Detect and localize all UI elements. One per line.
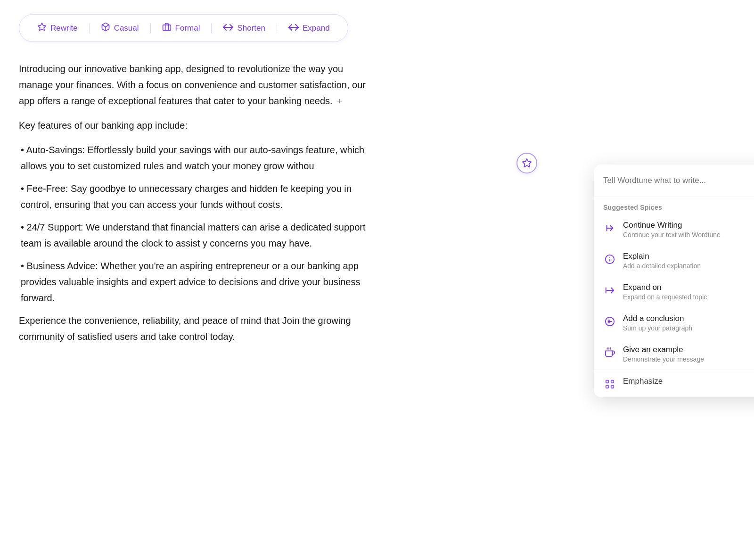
divider-2 [150,23,151,33]
casual-label: Casual [114,24,139,33]
toolbar: Rewrite Casual Formal [19,14,348,42]
casual-icon [101,22,110,34]
add-conclusion-text: Add a conclusion Sum up your paragraph [623,314,692,332]
intro-paragraph: Introducing our innovative banking app, … [19,61,368,109]
rewrite-icon [37,22,47,34]
give-example-desc: Demonstrate your message [623,355,704,363]
bullet-autosavings: • Auto-Savings: Effortlessly build your … [19,142,368,174]
svg-rect-23 [611,380,614,383]
features-heading: Key features of our banking app include: [19,117,368,133]
formal-button[interactable]: Formal [156,19,207,37]
suggested-spices-label: Suggested Spices [594,197,754,214]
ai-trigger-button[interactable] [516,153,537,173]
expand-label: Expand [303,24,330,33]
expand-button[interactable]: Expand [282,20,336,36]
continue-writing-text: Continue Writing Continue your text with… [623,221,721,239]
expand-icon [288,23,299,33]
svg-rect-25 [611,386,614,388]
continue-writing-icon [603,222,616,235]
expand-on-icon [603,284,616,297]
spice-search-input[interactable] [603,176,754,185]
add-conclusion-icon [603,315,616,328]
emphasize-title: Emphasize [623,377,663,386]
svg-rect-24 [606,386,609,388]
spice-item-give-example[interactable]: Give an example Demonstrate your message [594,338,754,370]
add-conclusion-desc: Sum up your paragraph [623,324,692,332]
continue-writing-title: Continue Writing [623,221,721,230]
spice-search-area [594,165,754,197]
ai-sparkle-icon [522,158,532,168]
divider-1 [89,23,90,33]
casual-button[interactable]: Casual [94,19,146,37]
explain-text: Explain Add a detailed explanation [623,252,701,270]
spice-item-continue-writing[interactable]: Continue Writing Continue your text with… [594,214,754,245]
rewrite-label: Rewrite [50,24,78,33]
continue-writing-desc: Continue your text with Wordtune [623,231,721,239]
spice-item-add-conclusion[interactable]: Add a conclusion Sum up your paragraph [594,307,754,338]
shorten-button[interactable]: Shorten [216,20,272,36]
bullet-feefree: • Fee-Free: Say goodbye to unnecessary c… [19,181,368,213]
explain-title: Explain [623,252,701,261]
rewrite-button[interactable]: Rewrite [31,19,84,37]
plus-button[interactable]: + [337,94,342,109]
bullet-business: • Business Advice: Whether you're an asp… [19,258,368,306]
svg-marker-0 [38,23,46,31]
give-example-icon [603,346,616,359]
explain-icon [603,253,616,266]
shorten-label: Shorten [237,24,265,33]
emphasize-icon [603,378,616,391]
content-area: Introducing our innovative banking app, … [19,61,368,345]
give-example-text: Give an example Demonstrate your message [623,345,704,363]
spice-panel: Suggested Spices Continue Writing Contin… [594,165,754,397]
explain-desc: Add a detailed explanation [623,262,701,270]
spice-item-explain[interactable]: Explain Add a detailed explanation [594,245,754,276]
give-example-title: Give an example [623,345,704,354]
expand-on-title: Expand on [623,283,707,292]
svg-rect-2 [163,25,171,31]
add-conclusion-title: Add a conclusion [623,314,692,323]
spice-item-expand-on[interactable]: Expand on Expand on a requested topic [594,276,754,307]
divider-3 [211,23,212,33]
expand-on-desc: Expand on a requested topic [623,293,707,301]
emphasize-text: Emphasize [623,377,663,386]
bullet-support: • 24/7 Support: We understand that finan… [19,219,368,251]
divider-4 [277,23,277,33]
spice-item-emphasize[interactable]: Emphasize [594,370,754,397]
closing-paragraph: Experience the convenience, reliability,… [19,313,368,345]
shorten-icon [223,23,233,33]
expand-on-text: Expand on Expand on a requested topic [623,283,707,301]
formal-icon [162,22,172,34]
formal-label: Formal [175,24,200,33]
svg-rect-22 [606,380,609,383]
svg-marker-5 [523,159,531,167]
